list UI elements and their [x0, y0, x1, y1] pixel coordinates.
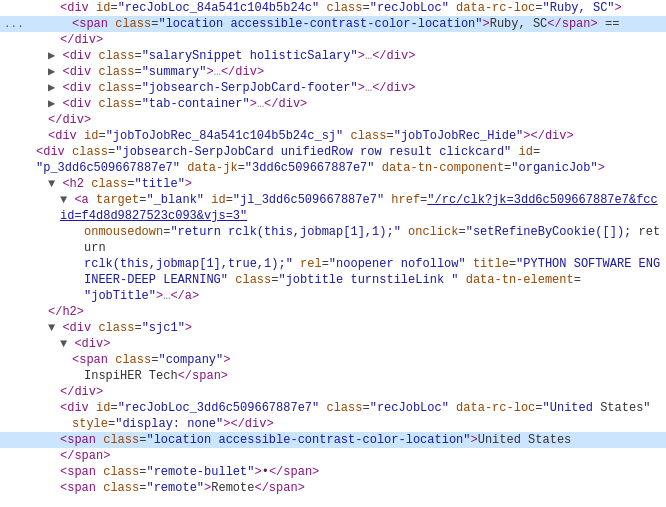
code-token-equals: = — [322, 257, 329, 271]
code-token-tag: > — [250, 97, 257, 111]
code-token-tag: <div — [60, 401, 96, 415]
line-content: ▼ <h2 class="title"> — [24, 176, 662, 192]
code-token-tag: <span — [60, 465, 103, 479]
code-token-attr-value: "recJobLoc_84a541c104b5b24c" — [118, 1, 320, 15]
code-token-attr-value: "location accessible-contrast-color-loca… — [158, 17, 482, 31]
line-content: </div> — [24, 112, 662, 128]
code-token-attr-value: "tab-container" — [142, 97, 250, 111]
line-content: InspiHER Tech</span> — [24, 368, 662, 384]
code-line: ▶ <div class="tab-container">…</div> — [0, 96, 666, 112]
code-token-attr-name: id — [211, 193, 225, 207]
code-line: ▼ <h2 class="title"> — [0, 176, 666, 192]
code-token-tag: > — [206, 65, 213, 79]
code-token-attr-value: "United — [543, 401, 593, 415]
line-content: ▼ <a target="_blank" id="jl_3dd6c5096678… — [24, 192, 662, 224]
code-token-attr-value: "recJobLoc" — [370, 1, 449, 15]
code-line: ...<span class="location accessible-cont… — [0, 16, 666, 32]
code-token-equals: = — [533, 145, 540, 159]
code-token-attr-value: "3dd6c509667887e7" — [245, 161, 375, 175]
code-token-attr-name: class — [350, 129, 386, 143]
code-token-tag: > — [358, 49, 365, 63]
code-token-equals: = — [134, 65, 141, 79]
code-token-tag: </div> — [48, 113, 91, 127]
code-token-text: Remote — [211, 481, 254, 495]
code-token-equals: = — [226, 193, 233, 207]
code-line: <div class="jobsearch-SerpJobCard unifie… — [0, 144, 666, 176]
line-content: ▶ <div class="jobsearch-SerpJobCard-foot… — [24, 80, 662, 96]
code-token-tag: <div> — [67, 337, 110, 351]
line-gutter: ... — [4, 16, 24, 32]
code-token-attr-name: class — [326, 401, 362, 415]
code-token-tag: </span> — [178, 369, 228, 383]
code-token-tag: ></div> — [223, 417, 273, 431]
code-token-attr-name: data-tn-element — [466, 273, 574, 287]
code-token-equals: = — [134, 97, 141, 111]
code-token-ellipsis: … — [214, 65, 221, 79]
code-token-tag: <div — [55, 97, 98, 111]
code-token-tag: > — [471, 433, 478, 447]
code-token-tag: > — [185, 177, 192, 191]
code-token-tag: <div — [55, 321, 98, 335]
code-token-tag: <div — [55, 65, 98, 79]
code-line: </div> — [0, 112, 666, 128]
code-token-attr-value: "jl_3dd6c509667887e7" — [233, 193, 384, 207]
code-line: "jobTitle">…</a> — [0, 288, 666, 304]
code-token-tag: > — [185, 321, 192, 335]
code-token-equals: = — [535, 1, 542, 15]
code-token-text — [466, 257, 473, 271]
code-token-attr-name: class — [103, 465, 139, 479]
code-token-attr-name: onclick — [408, 225, 458, 239]
code-token-tag: </div> — [221, 65, 264, 79]
code-token-attr-value: "noopener nofollow" — [329, 257, 466, 271]
code-token-equals: = — [98, 129, 105, 143]
code-token-tag: </span> — [547, 17, 597, 31]
code-token-text — [511, 145, 518, 159]
line-content: <span class="location accessible-contras… — [24, 16, 662, 32]
line-content: <div id="jobToJobRec_84a541c104b5b24c_sj… — [24, 128, 662, 144]
code-line: style="display: none"></div> — [0, 416, 666, 432]
code-line: </div> — [0, 32, 666, 48]
code-token-equals: = — [110, 401, 117, 415]
code-token-attr-name: class — [98, 49, 134, 63]
code-token-equals: = — [134, 49, 141, 63]
code-token-text: == — [598, 17, 620, 31]
code-token-equals: = — [238, 161, 245, 175]
code-token-attr-name: class — [98, 65, 134, 79]
code-token-tag: > — [223, 353, 230, 367]
code-token-attr-name: onmousedown — [84, 225, 163, 239]
code-line: <span class="company"> — [0, 352, 666, 368]
code-token-attr-value: "remote-bullet" — [146, 465, 254, 479]
code-line: rclk(this,jobmap[1],true,1);" rel="noope… — [0, 256, 666, 288]
code-token-attr-value: "summary" — [142, 65, 207, 79]
code-token-tag: </span> — [254, 481, 304, 495]
code-line: <div id="recJobLoc_84a541c104b5b24c" cla… — [0, 0, 666, 16]
code-token-tag: </div> — [264, 97, 307, 111]
line-content: rclk(this,jobmap[1],true,1);" rel="noope… — [24, 256, 662, 288]
code-token-tag: <div — [55, 81, 98, 95]
code-line: ▶ <div class="salarySnippet holisticSala… — [0, 48, 666, 64]
code-token-attr-value: "location accessible-contrast-color-loca… — [146, 433, 470, 447]
code-token-text: InspiHER Tech — [84, 369, 178, 383]
code-line: </h2> — [0, 304, 666, 320]
code-panel: <div id="recJobLoc_84a541c104b5b24c" cla… — [0, 0, 666, 507]
code-token-tag: </div> — [60, 385, 103, 399]
code-token-equals: = — [362, 401, 369, 415]
code-token-equals: = — [110, 1, 117, 15]
code-token-tag: <div — [48, 129, 84, 143]
code-line: ▼ <a target="_blank" id="jl_3dd6c5096678… — [0, 192, 666, 224]
code-line: <span class="remote">Remote</span> — [0, 480, 666, 496]
code-token-attr-value: "_blank" — [146, 193, 204, 207]
code-token-tag: > — [615, 1, 622, 15]
code-token-attr-value: "setRefineByCookie([]); — [466, 225, 632, 239]
code-token-attr-value: "display: none" — [115, 417, 223, 431]
code-token-equals: = — [386, 129, 393, 143]
line-content: <span class="remote">Remote</span> — [24, 480, 662, 496]
line-content: ▼ <div> — [24, 336, 662, 352]
code-token-attr-value: "sjc1" — [142, 321, 185, 335]
line-content: ▶ <div class="tab-container">…</div> — [24, 96, 662, 112]
code-token-attr-value: "jobsearch-SerpJobCard unifiedRow row re… — [115, 145, 511, 159]
code-token-attr-value: "title" — [134, 177, 184, 191]
code-token-tag: ></div> — [523, 129, 573, 143]
code-token-text: • — [262, 465, 269, 479]
code-token-tag: </div> — [372, 81, 415, 95]
